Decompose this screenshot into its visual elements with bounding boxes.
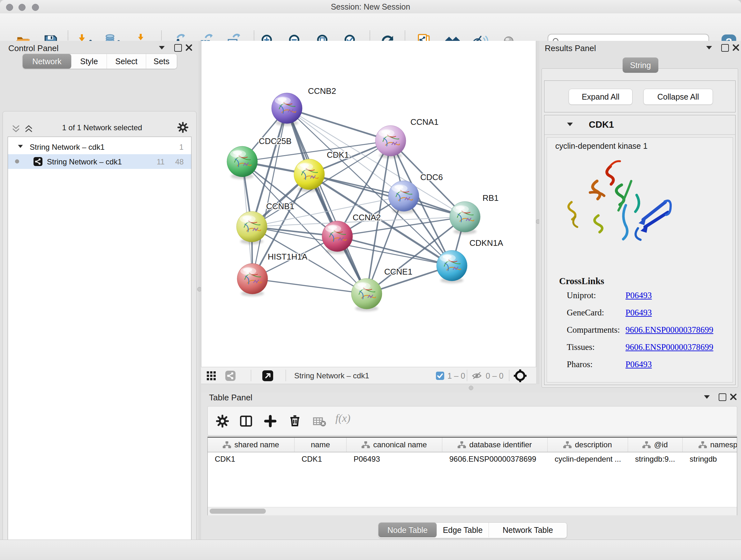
network-node-count: 11 [157,158,165,166]
fit-selected-target-icon[interactable] [514,369,527,382]
scrollbar-thumb[interactable] [210,509,266,514]
window-title: Session: New Session [0,0,741,13]
expand-all-button[interactable]: Expand All [569,89,632,105]
tab-style[interactable]: Style [71,54,107,69]
tab-select[interactable]: Select [107,54,146,69]
float-panel-icon[interactable] [719,393,726,401]
right-splitter[interactable] [536,41,539,384]
collection-label: String Network – cdk1 [30,143,105,152]
column-header-description[interactable]: description [548,438,628,452]
collapse-all-tree-icon[interactable] [11,125,20,133]
show-columns-icon[interactable] [240,415,253,428]
table-row[interactable]: CDK1CDK1P064939606.ENSP00000378699cyclin… [208,452,737,466]
node-label-CDK1: CDK1 [327,150,349,160]
table-header-row: shared namenamecanonical namedatabase id… [208,438,737,452]
shared-column-icon [563,441,571,448]
crosslink-link[interactable]: P06493 [625,308,652,318]
node-label-CCNE1: CCNE1 [384,267,412,276]
crosslink-link[interactable]: 9606.ENSP00000378699 [625,325,713,335]
panel-menu-icon[interactable] [704,395,710,399]
expand-all-tree-icon[interactable] [24,125,33,133]
selected-checkbox-icon[interactable] [436,372,444,380]
network-graph[interactable]: CCNB2CCNA1CDC25BCDK1CDC6RB1CCNB1CCNA2CDK… [201,41,536,367]
tab-node-table[interactable]: Node Table [379,523,437,537]
edge-CDC6-CCNB1[interactable] [252,196,404,227]
column-header-database-identifier[interactable]: database identifier [442,438,548,452]
column-label: namespace [710,440,737,449]
crosslink-label: Tissues: [567,342,595,352]
gear-icon[interactable] [178,122,188,133]
column-header-canonical-name[interactable]: canonical name [347,438,442,452]
shared-column-icon [698,441,707,448]
table-settings-gear-icon[interactable] [216,415,229,428]
edge-HIST1H1A-CCNE1[interactable] [253,279,367,294]
network-label: String Network – cdk1 [47,158,122,166]
node-label-CCNA1: CCNA1 [410,117,439,127]
cell-name: CDK1 [294,452,347,466]
tab-sets[interactable]: Sets [146,54,177,69]
crosslink-row: Tissues:9606.ENSP00000378699 [567,342,730,356]
column-header-name[interactable]: name [294,438,347,452]
main-toolbar: ? [0,13,741,41]
node-label-CDKN1A: CDKN1A [469,238,503,248]
cell-canonical-name: P06493 [347,452,442,466]
network-type-icon [33,157,43,166]
column-header-@id[interactable]: @id [628,438,683,452]
gene-disclosure-icon[interactable] [567,123,573,126]
float-panel-icon[interactable] [174,44,182,52]
collapse-all-button[interactable]: Collapse All [643,89,713,105]
crosslink-label: Uniprot: [567,291,596,300]
table-horizontal-scrollbar[interactable] [208,507,737,515]
share-style-icon[interactable] [225,371,235,381]
tab-string[interactable]: String [623,57,658,73]
column-label: name [311,440,330,449]
crosslink-link[interactable]: P06493 [625,360,652,369]
control-panel-title: Control Panel [8,44,59,53]
edge-CCNB2-CCNA1[interactable] [287,108,391,141]
node-label-RB1: RB1 [482,193,499,203]
crosslink-link[interactable]: 9606.ENSP00000378699 [625,342,713,352]
column-label: @id [654,440,668,449]
edge-CCNB2-CCNE1[interactable] [287,108,367,294]
cell-database-identifier: 9606.ENSP00000378699 [442,452,548,466]
open-external-icon[interactable] [262,370,273,381]
tab-edge-table[interactable]: Edge Table [437,523,489,537]
crosslink-label: Pharos: [567,360,593,369]
float-panel-icon[interactable] [721,44,729,52]
bottom-splitter-handle[interactable] [469,386,473,390]
panel-menu-icon[interactable] [159,46,165,50]
network-row-selected[interactable]: String Network – cdk1 11 48 [8,154,191,169]
panel-menu-icon[interactable] [706,46,712,50]
current-network-dot-icon [15,159,19,164]
crosslink-label: GeneCard: [567,308,604,318]
cell-namespace: stringdb [683,452,737,466]
column-header-namespace[interactable]: namespace [683,438,737,452]
network-collection-row[interactable]: String Network – cdk1 1 [8,139,191,154]
tab-network[interactable]: Network [23,54,71,69]
tab-network-table[interactable]: Network Table [489,523,567,537]
shared-column-icon [223,441,231,448]
network-selected-status: 1 of 1 Network selected [35,123,169,132]
birds-eye-grid-icon[interactable] [207,371,216,380]
status-bar: Memory [0,540,741,560]
column-header-shared-name[interactable]: shared name [208,438,294,452]
node-table: shared namenamecanonical namedatabase id… [207,437,737,515]
separator [509,370,509,381]
close-panel-icon[interactable] [185,44,193,51]
network-view-title: String Network – cdk1 [294,367,369,384]
close-panel-icon[interactable] [732,44,740,51]
close-panel-icon[interactable] [730,393,737,401]
crosslink-link[interactable]: P06493 [625,291,652,300]
node-label-CCNA2: CCNA2 [353,212,381,222]
collection-disclosure-icon[interactable] [18,145,23,148]
cell-description: cyclin-dependent ... [548,452,628,466]
crosslink-row: Pharos:P06493 [567,360,730,374]
network-view-canvas[interactable]: CCNB2CCNA1CDC25BCDK1CDC6RB1CCNB1CCNA2CDK… [201,41,536,367]
gene-section-header[interactable]: CDK1 [544,115,736,135]
add-column-icon[interactable] [264,415,277,428]
cell-@id: stringdb:9... [628,452,683,466]
column-label: description [575,440,612,449]
delete-column-icon[interactable] [288,414,301,428]
node-label-HIST1H1A: HIST1H1A [268,252,308,261]
crosslink-label: Compartments: [567,325,620,335]
